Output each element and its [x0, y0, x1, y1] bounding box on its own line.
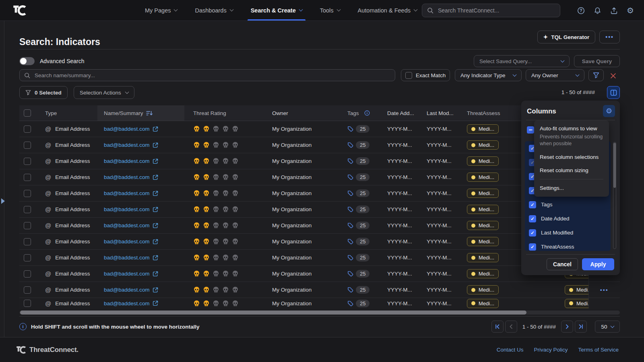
- external-link-icon[interactable]: [153, 207, 158, 212]
- external-link-icon[interactable]: [153, 271, 158, 277]
- row-checkbox[interactable]: [24, 158, 31, 165]
- next-page-button[interactable]: [561, 321, 573, 333]
- expand-sidebar-arrow-icon[interactable]: [1, 198, 5, 204]
- tags-count-badge[interactable]: 25: [356, 222, 369, 229]
- row-actions-button[interactable]: •••: [600, 287, 609, 293]
- external-link-icon[interactable]: [153, 158, 158, 164]
- row-checkbox[interactable]: [24, 286, 31, 294]
- exact-match-checkbox[interactable]: [405, 72, 412, 79]
- tags-count-badge[interactable]: 25: [356, 286, 369, 294]
- row-checkbox[interactable]: [24, 206, 31, 213]
- row-checkbox[interactable]: [24, 190, 31, 197]
- column-toggle-item-tags[interactable]: ✓Tags: [525, 197, 611, 212]
- row-checkbox[interactable]: [24, 222, 31, 229]
- selection-actions-dropdown[interactable]: Selection Actions: [74, 86, 134, 99]
- indicator-type-dropdown[interactable]: Any Indicator Type: [455, 69, 522, 81]
- row-checkbox[interactable]: [24, 174, 31, 181]
- indicator-link[interactable]: bad@baddest.com: [104, 158, 150, 164]
- external-link-icon[interactable]: [153, 191, 158, 196]
- help-button[interactable]: [577, 6, 585, 14]
- external-link-icon[interactable]: [153, 255, 158, 261]
- threatconnect-logo[interactable]: [12, 4, 28, 16]
- external-link-icon[interactable]: [153, 223, 158, 228]
- clear-filters-button[interactable]: [608, 70, 618, 81]
- footer-link-terms-of-service[interactable]: Terms of Service: [578, 347, 619, 353]
- column-toggle-item-last-modified[interactable]: ✓Last Modified: [525, 226, 611, 240]
- page-size-select[interactable]: 50: [595, 321, 620, 333]
- indicator-link[interactable]: bad@baddest.com: [104, 142, 150, 148]
- cancel-button[interactable]: Cancel: [547, 258, 578, 270]
- more-options-button[interactable]: •••: [599, 31, 620, 43]
- tags-count-badge[interactable]: 25: [356, 206, 369, 213]
- menu-item-reset-sizing[interactable]: Reset column sizing: [534, 164, 609, 177]
- nav-item-search-create[interactable]: Search & Create: [251, 0, 302, 21]
- indicator-link[interactable]: bad@baddest.com: [104, 126, 150, 132]
- checkbox-checked[interactable]: ✓: [529, 243, 536, 251]
- nav-item-dashboards[interactable]: Dashboards: [195, 0, 233, 21]
- notifications-button[interactable]: [593, 6, 601, 14]
- table-row[interactable]: @ Email Address bad@baddest.com My Organ…: [19, 298, 620, 309]
- external-link-icon[interactable]: [153, 239, 158, 245]
- column-header-last-modified[interactable]: Last Mod...: [423, 105, 462, 121]
- footer-link-privacy-policy[interactable]: Privacy Policy: [534, 347, 568, 353]
- tags-count-badge[interactable]: 25: [356, 270, 369, 278]
- indicator-link[interactable]: bad@baddest.com: [104, 271, 150, 277]
- indicator-link[interactable]: bad@baddest.com: [104, 287, 150, 293]
- tags-count-badge[interactable]: 25: [356, 300, 369, 307]
- advanced-search-toggle[interactable]: [19, 57, 35, 65]
- column-toggle-item-date-added[interactable]: ✓Date Added: [525, 212, 611, 226]
- last-page-button[interactable]: [575, 321, 587, 333]
- menu-item-reset-selections[interactable]: Reset column selections: [534, 150, 609, 164]
- external-link-icon[interactable]: [153, 287, 158, 293]
- name-summary-search-input[interactable]: [34, 72, 390, 79]
- first-page-button[interactable]: [491, 321, 504, 333]
- external-link-icon[interactable]: [153, 142, 158, 148]
- sort-icon[interactable]: [146, 111, 153, 116]
- column-header-date-added[interactable]: Date Add...: [383, 105, 423, 121]
- checkbox-checked[interactable]: ✓: [529, 215, 536, 222]
- external-link-icon[interactable]: [153, 126, 158, 132]
- tags-count-badge[interactable]: 25: [356, 125, 369, 133]
- prev-page-button[interactable]: [505, 321, 517, 333]
- tags-count-badge[interactable]: 25: [356, 238, 369, 245]
- apply-button[interactable]: Apply: [582, 258, 614, 270]
- column-header-threat-rating[interactable]: Threat Rating: [184, 105, 266, 121]
- tql-generator-button[interactable]: ✦ TQL Generator: [537, 31, 596, 43]
- external-link-icon[interactable]: [153, 300, 158, 306]
- column-header-type[interactable]: Type: [35, 105, 97, 121]
- indicator-link[interactable]: bad@baddest.com: [104, 239, 150, 245]
- autofit-checkbox-indeterminate[interactable]: [527, 126, 534, 134]
- external-link-icon[interactable]: [153, 175, 158, 180]
- global-search[interactable]: [422, 4, 560, 17]
- column-header-name-summary[interactable]: Name/Summary: [97, 105, 184, 121]
- row-checkbox[interactable]: [24, 254, 31, 261]
- columns-button[interactable]: [607, 86, 620, 99]
- row-checkbox[interactable]: [24, 142, 31, 149]
- horizontal-scrollbar-thumb[interactable]: [20, 311, 526, 315]
- horizontal-scrollbar[interactable]: [19, 311, 620, 315]
- nav-item-tools[interactable]: Tools: [320, 0, 340, 21]
- nav-item-automation-feeds[interactable]: Automation & Feeds: [358, 0, 417, 21]
- tags-count-badge[interactable]: 25: [356, 157, 369, 165]
- indicator-link[interactable]: bad@baddest.com: [104, 255, 150, 261]
- panel-scrollbar[interactable]: [613, 142, 616, 249]
- row-checkbox[interactable]: [24, 125, 31, 133]
- tags-count-badge[interactable]: 25: [356, 254, 369, 261]
- row-checkbox[interactable]: [24, 300, 31, 307]
- nav-item-my-pages[interactable]: My Pages: [145, 0, 177, 21]
- tags-count-badge[interactable]: 25: [356, 173, 369, 181]
- indicator-link[interactable]: bad@baddest.com: [104, 206, 150, 212]
- column-header-owner[interactable]: Owner: [266, 105, 344, 121]
- indicator-link[interactable]: bad@baddest.com: [104, 190, 150, 196]
- menu-item-autofit[interactable]: Auto-fit columns to view Prevents horizo…: [534, 123, 609, 150]
- import-button[interactable]: [610, 6, 618, 14]
- name-summary-search[interactable]: [19, 69, 395, 81]
- column-toggle-item-threatassess[interactable]: ✓ThreatAssess: [525, 240, 611, 251]
- exact-match-control[interactable]: Exact Match: [401, 69, 450, 81]
- owner-dropdown[interactable]: Any Owner: [526, 69, 584, 81]
- select-all-checkbox[interactable]: [24, 109, 31, 117]
- tags-count-badge[interactable]: 25: [356, 189, 369, 197]
- indicator-link[interactable]: bad@baddest.com: [104, 174, 150, 180]
- settings-button[interactable]: ⚙: [626, 6, 634, 14]
- checkbox-checked[interactable]: ✓: [529, 229, 536, 237]
